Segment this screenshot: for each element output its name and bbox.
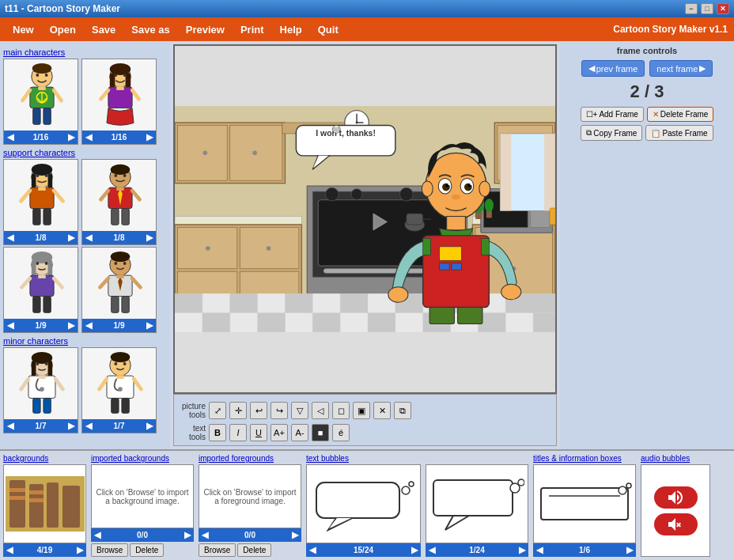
bg-prev[interactable]: ◀ bbox=[6, 545, 13, 555]
char-prev-7[interactable]: ◀ bbox=[7, 421, 13, 431]
tool-crosshair[interactable]: ✛ bbox=[229, 402, 247, 419]
tool-undo[interactable]: ↩ bbox=[250, 402, 267, 419]
tool-delete-item[interactable]: ✕ bbox=[373, 402, 391, 419]
char-prev-6[interactable]: ◀ bbox=[85, 320, 92, 331]
char-next-7[interactable]: ▶ bbox=[68, 421, 74, 431]
tool-font-larger[interactable]: A+ bbox=[271, 424, 288, 441]
tool-special-char[interactable]: é bbox=[332, 424, 350, 441]
fg-delete-button[interactable]: Delete bbox=[237, 543, 271, 557]
close-button[interactable]: ✕ bbox=[717, 3, 729, 14]
menu-new[interactable]: New bbox=[6, 21, 40, 39]
tool-resize[interactable]: ⤢ bbox=[209, 402, 226, 419]
next-frame-button[interactable]: next frame ▶ bbox=[649, 60, 713, 77]
menu-save[interactable]: Save bbox=[85, 21, 122, 39]
char-next-2[interactable]: ▶ bbox=[146, 132, 153, 142]
char-card-1[interactable]: ◀ 1/16 ▶ bbox=[3, 59, 78, 145]
char-card-3[interactable]: ◀ 1/8 ▶ bbox=[3, 159, 78, 245]
maximize-button[interactable]: □ bbox=[701, 3, 713, 14]
char-card-2[interactable]: ◀ 1/16 ▶ bbox=[81, 59, 157, 145]
menu-saveas[interactable]: Save as bbox=[125, 21, 176, 39]
char-next-3[interactable]: ▶ bbox=[68, 233, 74, 243]
imported-bg-label: imported backgrounds bbox=[91, 454, 194, 463]
ibg-next[interactable]: ▶ bbox=[184, 530, 191, 540]
char-next-5[interactable]: ▶ bbox=[68, 320, 74, 331]
imported-bg-nav: ◀ 0/0 ▶ bbox=[91, 528, 194, 542]
backgrounds-thumb[interactable] bbox=[3, 464, 86, 543]
char-prev-2[interactable]: ◀ bbox=[85, 132, 92, 142]
tb-next[interactable]: ▶ bbox=[411, 545, 418, 555]
fg-browse-button[interactable]: Browse bbox=[199, 543, 236, 557]
svg-point-75 bbox=[44, 362, 47, 365]
svg-point-1 bbox=[32, 62, 51, 73]
menu-help[interactable]: Help bbox=[274, 21, 308, 39]
add-icon: ☐+ bbox=[586, 110, 598, 119]
menu-open[interactable]: Open bbox=[44, 21, 82, 39]
title-prev[interactable]: ◀ bbox=[536, 545, 543, 555]
title-next[interactable]: ▶ bbox=[626, 545, 633, 555]
text-bubble2-thumb[interactable] bbox=[426, 464, 528, 543]
delete-icon: ✕ bbox=[653, 110, 659, 119]
bg-delete-button[interactable]: Delete bbox=[130, 543, 164, 557]
minimize-button[interactable]: − bbox=[685, 3, 698, 14]
text-bubbles-thumb[interactable] bbox=[306, 464, 421, 543]
char-card-7[interactable]: ◀ 1/7 ▶ bbox=[3, 347, 78, 433]
char-prev-5[interactable]: ◀ bbox=[7, 320, 13, 331]
char-img-5 bbox=[4, 248, 78, 319]
svg-rect-139 bbox=[285, 293, 312, 312]
audio-play-button-1[interactable] bbox=[654, 486, 698, 509]
bg-browse-button[interactable]: Browse bbox=[91, 543, 128, 557]
menu-preview[interactable]: Preview bbox=[180, 21, 231, 39]
bg-next[interactable]: ▶ bbox=[77, 545, 83, 555]
tb2-next[interactable]: ▶ bbox=[519, 545, 525, 555]
svg-point-191 bbox=[501, 284, 521, 300]
char-card-4[interactable]: ◀ 1/8 ▶ bbox=[81, 159, 157, 245]
tb2-prev[interactable]: ◀ bbox=[429, 545, 435, 555]
tool-italic[interactable]: I bbox=[229, 424, 247, 441]
svg-rect-186 bbox=[423, 236, 490, 308]
char-nav-5: ◀ 1/9 ▶ bbox=[4, 319, 78, 332]
char-next-8[interactable]: ▶ bbox=[146, 421, 153, 431]
tool-bold[interactable]: B bbox=[209, 424, 226, 441]
char-prev-1[interactable]: ◀ bbox=[7, 132, 13, 142]
char-prev-4[interactable]: ◀ bbox=[85, 233, 92, 243]
tool-underline[interactable]: U bbox=[250, 424, 267, 441]
tool-redo[interactable]: ↪ bbox=[271, 402, 288, 419]
char-next-4[interactable]: ▶ bbox=[146, 233, 153, 243]
canvas-area: I won't, thanks! picturetools ⤢ ✛ ↩ ↪ ▽ … bbox=[170, 41, 560, 449]
char-card-5[interactable]: ◀ 1/9 ▶ bbox=[3, 247, 78, 333]
tool-flip-v[interactable]: ▽ bbox=[291, 402, 308, 419]
frame-controls-panel: frame controls ◀ prev frame next frame ▶… bbox=[560, 41, 734, 449]
char-next-6[interactable]: ▶ bbox=[146, 320, 153, 331]
ifg-next[interactable]: ▶ bbox=[292, 530, 298, 540]
char-img-3 bbox=[4, 160, 78, 231]
svg-point-18 bbox=[114, 74, 117, 77]
menu-print[interactable]: Print bbox=[234, 21, 271, 39]
char-prev-3[interactable]: ◀ bbox=[7, 233, 13, 243]
prev-frame-button[interactable]: ◀ prev frame bbox=[581, 60, 645, 77]
svg-line-21 bbox=[100, 89, 108, 98]
tool-color[interactable]: ■ bbox=[312, 424, 329, 441]
paste-frame-button[interactable]: 📋 Paste Frame bbox=[645, 125, 713, 141]
tool-flip-h[interactable]: ◁ bbox=[312, 402, 329, 419]
titles-thumb[interactable] bbox=[533, 464, 636, 543]
text-bubble2-nav: ◀ 1/24 ▶ bbox=[426, 543, 528, 557]
delete-frame-button[interactable]: ✕ Delete Frame bbox=[647, 107, 714, 122]
add-frame-button[interactable]: ☐+ Add Frame bbox=[581, 107, 644, 122]
bg-counter: 4/19 bbox=[37, 546, 52, 554]
char-card-8[interactable]: ◀ 1/7 ▶ bbox=[81, 347, 157, 433]
char-card-6[interactable]: ◀ 1/9 ▶ bbox=[81, 247, 157, 333]
char-prev-8[interactable]: ◀ bbox=[85, 421, 92, 431]
scene-canvas[interactable]: I won't, thanks! bbox=[173, 44, 557, 394]
tool-font-smaller[interactable]: A- bbox=[291, 424, 308, 441]
svg-point-39 bbox=[123, 174, 126, 177]
menu-quit[interactable]: Quit bbox=[312, 21, 345, 39]
ibg-prev[interactable]: ◀ bbox=[94, 530, 100, 540]
char-next-1[interactable]: ▶ bbox=[68, 132, 74, 142]
copy-frame-button[interactable]: ⧉ Copy Frame bbox=[581, 125, 642, 141]
audio-play-button-2[interactable] bbox=[654, 513, 698, 535]
tool-shade2[interactable]: ▣ bbox=[353, 402, 370, 419]
tool-copy-item[interactable]: ⧉ bbox=[394, 402, 411, 419]
tb-prev[interactable]: ◀ bbox=[309, 545, 316, 555]
ifg-prev[interactable]: ◀ bbox=[202, 530, 208, 540]
tool-shade1[interactable]: ◻ bbox=[332, 402, 350, 419]
